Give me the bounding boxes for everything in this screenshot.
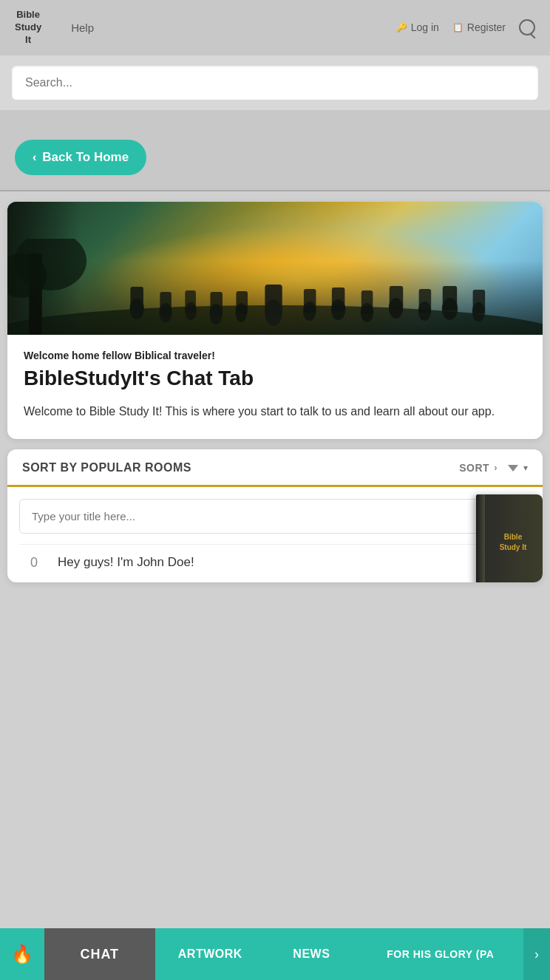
search-container (0, 55, 550, 110)
room-count: 0 (19, 555, 49, 571)
svg-rect-10 (210, 292, 223, 316)
sort-button[interactable]: SORT › (459, 462, 498, 484)
artwork-tab[interactable]: ARTWORK (155, 928, 266, 980)
help-link[interactable]: Help (71, 21, 94, 34)
room-item[interactable]: 0 Hey guys! I'm John Doe! (19, 544, 531, 571)
login-link[interactable]: Log in (396, 21, 439, 33)
content-body: Welcome home fellow Biblical traveler! B… (7, 335, 543, 439)
content-subtitle: Welcome home fellow Biblical traveler! (24, 350, 526, 361)
content-title: BibleStudyIt's Chat Tab (24, 366, 526, 391)
artwork-tab-label: ARTWORK (178, 947, 242, 961)
news-tab-label: NEWS (293, 947, 330, 961)
rooms-header: SORT BY POPULAR ROOMS SORT › ▾ (7, 449, 543, 487)
svg-rect-12 (236, 291, 248, 314)
svg-rect-6 (160, 292, 172, 314)
header-nav: Help Log in Register (71, 19, 535, 35)
back-button-area: ‹ Back To Home (0, 132, 550, 191)
news-tab[interactable]: NEWS (265, 928, 358, 980)
sort-chevron-icon: › (494, 462, 498, 473)
content-description: Welcome to Bible Study It! This is where… (24, 402, 526, 421)
chat-tab-label: CHAT (80, 947, 119, 962)
svg-rect-26 (473, 290, 486, 313)
hero-image (7, 202, 543, 335)
gray-spacer (0, 110, 550, 132)
rooms-body: BibleStudy It 0 Hey guys! I'm John Doe! (7, 487, 543, 582)
svg-rect-2 (265, 285, 282, 314)
filter-icon (508, 465, 518, 472)
nav-arrow-button[interactable]: › (523, 928, 550, 980)
hero-svg (7, 239, 543, 335)
register-link[interactable]: Register (452, 21, 506, 33)
svg-rect-18 (361, 290, 373, 314)
svg-rect-8 (185, 290, 196, 313)
glory-tab-label: FOR HIS GLORY (PA (387, 948, 494, 960)
header: Bible Study It Help Log in Register (0, 0, 550, 55)
key-icon (396, 22, 407, 33)
content-card: Welcome home fellow Biblical traveler! B… (7, 202, 543, 439)
svg-rect-20 (390, 286, 403, 310)
room-name: Hey guys! I'm John Doe! (49, 555, 531, 570)
back-to-home-button[interactable]: ‹ Back To Home (15, 140, 146, 175)
filter-button[interactable]: ▾ (508, 463, 528, 483)
svg-rect-24 (443, 286, 457, 310)
svg-rect-22 (419, 289, 432, 313)
fire-tab[interactable]: 🔥 (0, 928, 44, 980)
header-nav-right: Log in Register (396, 19, 535, 35)
bible-book-decoration: BibleStudy It (476, 494, 543, 582)
title-input[interactable] (19, 499, 531, 534)
search-icon[interactable] (519, 19, 535, 35)
glory-tab[interactable]: FOR HIS GLORY (PA (358, 928, 523, 980)
chat-tab[interactable]: CHAT (44, 928, 155, 980)
svg-rect-14 (304, 289, 316, 313)
back-chevron-icon: ‹ (33, 151, 36, 164)
bottom-nav: 🔥 CHAT ARTWORK NEWS FOR HIS GLORY (PA › (0, 928, 550, 980)
svg-rect-4 (130, 287, 143, 310)
fire-icon: 🔥 (11, 944, 33, 964)
rooms-section: SORT BY POPULAR ROOMS SORT › ▾ BibleStud… (7, 449, 543, 582)
nav-arrow-icon: › (534, 947, 539, 962)
site-logo[interactable]: Bible Study It (15, 9, 41, 47)
bible-book-text: BibleStudy It (492, 532, 527, 553)
svg-rect-16 (332, 287, 345, 311)
search-input[interactable] (12, 66, 538, 100)
clipboard-icon (452, 22, 464, 33)
rooms-title: SORT BY POPULAR ROOMS (22, 461, 459, 485)
